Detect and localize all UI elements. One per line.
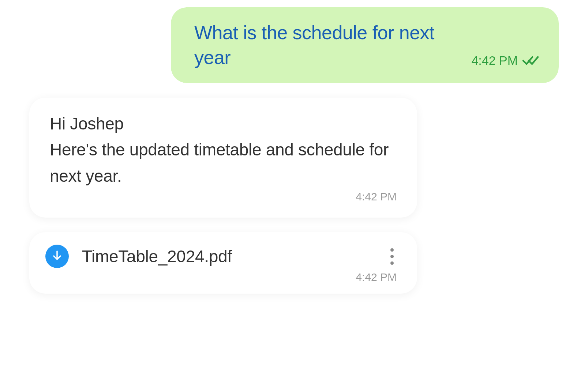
download-arrow-icon <box>52 250 62 263</box>
dot-icon <box>390 248 394 252</box>
attachment-time: 4:42 PM <box>356 271 397 283</box>
sent-message-bubble[interactable]: What is the schedule for next year 4:42 … <box>171 7 559 83</box>
chat-container: What is the schedule for next year 4:42 … <box>29 7 559 294</box>
attachment-row: TimeTable_2024.pdf <box>45 245 397 268</box>
received-message-bubble[interactable]: Hi JoshepHere's the updated timetable an… <box>29 98 417 218</box>
more-options-button[interactable] <box>387 245 397 268</box>
received-message-text: Hi JoshepHere's the updated timetable an… <box>50 111 397 189</box>
sent-message-text: What is the schedule for next year <box>194 20 457 70</box>
received-message-time: 4:42 PM <box>356 191 397 203</box>
double-check-icon <box>522 55 541 67</box>
attachment-meta: 4:42 PM <box>45 271 397 283</box>
message-row-sent: What is the schedule for next year 4:42 … <box>29 7 559 83</box>
message-row-received: Hi JoshepHere's the updated timetable an… <box>29 98 559 218</box>
message-row-attachment: TimeTable_2024.pdf 4:42 PM <box>29 232 559 294</box>
download-button[interactable] <box>45 245 69 268</box>
received-message-meta: 4:42 PM <box>50 191 397 203</box>
dot-icon <box>390 261 394 265</box>
sent-message-time: 4:42 PM <box>471 53 518 68</box>
sent-message-meta: 4:42 PM <box>471 53 541 68</box>
dot-icon <box>390 255 394 258</box>
attachment-bubble[interactable]: TimeTable_2024.pdf 4:42 PM <box>29 232 417 294</box>
attachment-filename: TimeTable_2024.pdf <box>82 246 374 266</box>
